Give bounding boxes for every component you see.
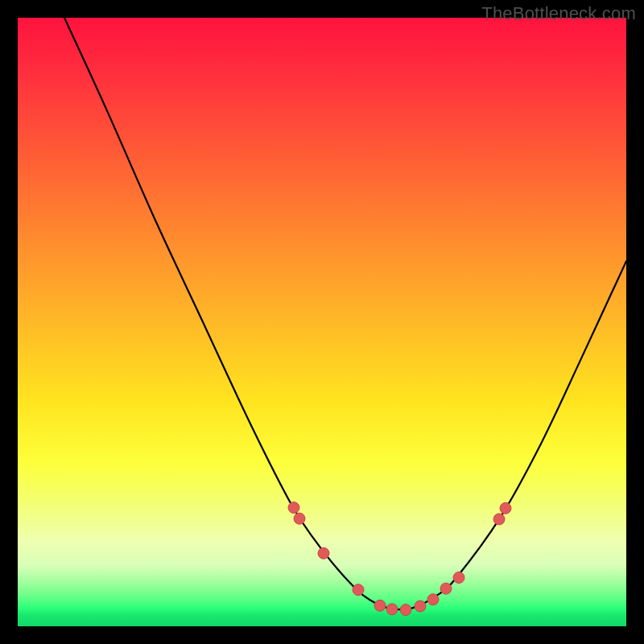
highlight-dot: [386, 604, 398, 615]
highlight-dot: [427, 594, 439, 605]
bottleneck-curve: [64, 18, 626, 609]
highlight-dot: [415, 601, 426, 612]
highlight-dot: [493, 514, 505, 525]
highlight-dot: [288, 502, 299, 514]
highlight-dots: [288, 502, 511, 616]
plot-area: [18, 18, 626, 626]
highlight-dot: [440, 583, 452, 594]
highlight-dot: [318, 547, 329, 559]
highlight-dot: [500, 502, 511, 514]
highlight-dot: [400, 605, 411, 616]
watermark-text: TheBottleneck.com: [481, 3, 636, 24]
highlight-dot: [353, 584, 364, 596]
chart-frame: TheBottleneck.com: [0, 0, 644, 644]
highlight-dot: [453, 572, 464, 584]
highlight-dot: [294, 513, 305, 524]
highlight-dot: [374, 600, 386, 611]
chart-overlay: [18, 18, 626, 626]
